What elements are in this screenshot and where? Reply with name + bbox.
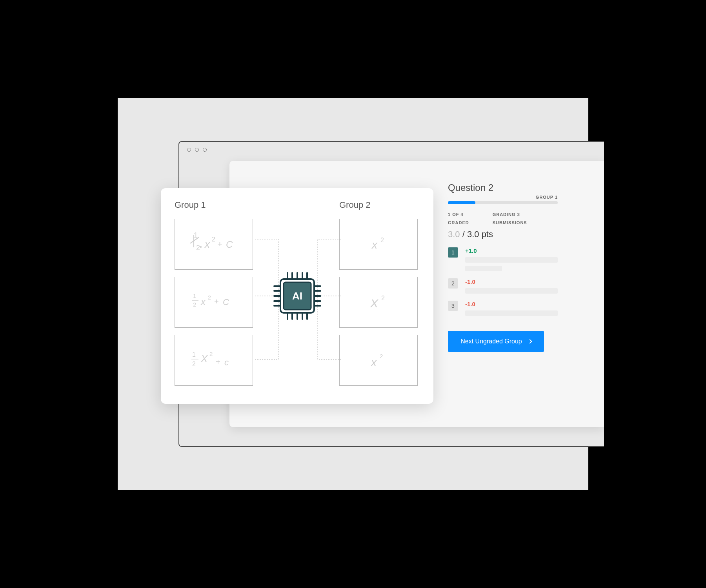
svg-rect-41 bbox=[284, 282, 311, 310]
next-ungraded-group-button[interactable]: Next Ungraded Group bbox=[448, 331, 544, 352]
window-control-dot[interactable] bbox=[203, 148, 207, 152]
answer-thumbnail[interactable]: 1 2 x 2 + C bbox=[175, 277, 253, 328]
answer-thumbnail[interactable]: X 2 bbox=[339, 277, 418, 328]
chevron-right-icon bbox=[528, 339, 532, 343]
svg-text:x: x bbox=[200, 296, 206, 307]
grading-label: SUBMISSIONS bbox=[493, 219, 527, 227]
current-group-label: GROUP 1 bbox=[536, 195, 558, 200]
svg-text:C: C bbox=[226, 239, 233, 250]
svg-text:2: 2 bbox=[208, 294, 211, 301]
rubric-item[interactable]: 1+1.0 bbox=[448, 247, 558, 274]
svg-text:1: 1 bbox=[193, 292, 196, 299]
rubric-text-placeholder bbox=[465, 288, 558, 294]
svg-text:2: 2 bbox=[209, 350, 213, 357]
svg-text:X: X bbox=[200, 353, 208, 365]
rubric-body: +1.0 bbox=[465, 247, 558, 274]
svg-text:C: C bbox=[223, 297, 229, 307]
answer-thumbnail[interactable]: 1 2 X 2 + c bbox=[175, 335, 253, 386]
rubric-score: -1.0 bbox=[465, 278, 558, 285]
points-earned: 3.0 bbox=[448, 229, 460, 239]
grading-progress-fill bbox=[448, 201, 475, 204]
ai-chip-label: AI bbox=[292, 290, 302, 302]
rubric-text-placeholder bbox=[465, 310, 558, 316]
svg-text:2: 2 bbox=[380, 353, 383, 359]
ai-connectors bbox=[253, 218, 343, 390]
svg-text:2: 2 bbox=[212, 236, 215, 243]
svg-text:1: 1 bbox=[192, 351, 196, 358]
rubric-body: -1.0 bbox=[465, 278, 558, 297]
svg-text:x: x bbox=[371, 239, 378, 251]
rubric-text-placeholder bbox=[465, 257, 558, 263]
svg-text:+: + bbox=[214, 297, 219, 306]
svg-text:2: 2 bbox=[380, 237, 384, 243]
group-column-1: Group 1 1 2 x 2 + C 1 bbox=[175, 200, 255, 392]
answer-thumbnail[interactable]: x 2 bbox=[339, 219, 418, 270]
svg-rect-40 bbox=[280, 279, 314, 313]
grading-panel: Question 2 GROUP 1 1 OF 4 GRADED GRADING… bbox=[448, 182, 558, 352]
answer-thumbnail[interactable]: 1 2 x 2 + C bbox=[175, 219, 253, 270]
svg-text:X: X bbox=[370, 297, 378, 310]
svg-text:2: 2 bbox=[193, 301, 196, 308]
group-title: Group 2 bbox=[339, 200, 420, 210]
svg-text:x: x bbox=[204, 238, 210, 250]
svg-text:+: + bbox=[216, 358, 220, 366]
frame: Group 1 1 2 x 2 + C 1 bbox=[118, 98, 588, 490]
answer-thumbnail[interactable]: x 2 bbox=[339, 335, 418, 386]
rubric-text-placeholder bbox=[465, 266, 502, 271]
grading-count: GRADING 3 bbox=[493, 211, 527, 219]
svg-text:2: 2 bbox=[381, 295, 385, 301]
rubric-body: -1.0 bbox=[465, 301, 558, 319]
graded-label: GRADED bbox=[448, 219, 469, 227]
rubric-number[interactable]: 1 bbox=[448, 247, 458, 258]
group-column-2: Group 2 x 2 X 2 x 2 bbox=[339, 200, 420, 392]
svg-text:x: x bbox=[370, 356, 377, 368]
svg-text:c: c bbox=[224, 358, 229, 367]
question-title: Question 2 bbox=[448, 182, 558, 193]
graded-count: 1 OF 4 bbox=[448, 211, 469, 219]
group-title: Group 1 bbox=[175, 200, 255, 210]
svg-text:2: 2 bbox=[192, 361, 196, 367]
window-control-dot[interactable] bbox=[195, 148, 199, 152]
svg-text:1: 1 bbox=[194, 231, 198, 239]
grading-progress-bar bbox=[448, 201, 558, 204]
rubric-item[interactable]: 3-1.0 bbox=[448, 301, 558, 319]
browser-chrome bbox=[179, 142, 604, 158]
rubric-score: +1.0 bbox=[465, 247, 558, 254]
svg-text:2: 2 bbox=[196, 244, 200, 252]
rubric-score: -1.0 bbox=[465, 301, 558, 307]
window-control-dot[interactable] bbox=[187, 148, 191, 152]
grading-stats: 1 OF 4 GRADED GRADING 3 SUBMISSIONS bbox=[448, 211, 558, 227]
rubric-list: 1+1.02-1.03-1.0 bbox=[448, 247, 558, 319]
next-button-label: Next Ungraded Group bbox=[460, 338, 522, 345]
points-display: 3.0 / 3.0 pts bbox=[448, 229, 558, 240]
rubric-number[interactable]: 3 bbox=[448, 301, 458, 311]
svg-text:+: + bbox=[217, 239, 222, 249]
rubric-number[interactable]: 2 bbox=[448, 278, 458, 289]
points-total: 3.0 pts bbox=[467, 229, 493, 239]
ai-chip-icon: AI bbox=[272, 270, 323, 321]
grouping-card: Group 1 1 2 x 2 + C 1 bbox=[161, 188, 433, 404]
rubric-item[interactable]: 2-1.0 bbox=[448, 278, 558, 297]
